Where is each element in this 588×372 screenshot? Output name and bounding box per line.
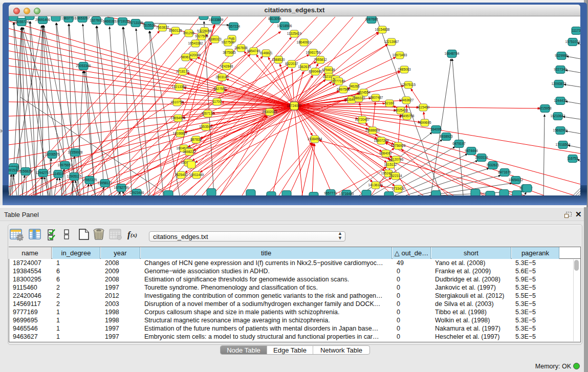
svg-text:8454749: 8454749 — [247, 49, 260, 53]
svg-text:14136141: 14136141 — [368, 183, 383, 187]
svg-text:116753: 116753 — [567, 157, 578, 160]
svg-text:16210643: 16210643 — [551, 114, 565, 118]
svg-text:7663822: 7663822 — [156, 26, 169, 29]
svg-text:12213967: 12213967 — [384, 40, 399, 43]
svg-text:62160: 62160 — [385, 101, 394, 105]
svg-text:16713155: 16713155 — [128, 21, 143, 25]
svg-text:1353594: 1353594 — [199, 125, 212, 128]
svg-text:16961758: 16961758 — [306, 51, 321, 54]
svg-text:9777169: 9777169 — [332, 79, 345, 83]
svg-text:17016504: 17016504 — [556, 143, 571, 146]
svg-text:12923446: 12923446 — [129, 191, 144, 194]
svg-text:10654112: 10654112 — [509, 178, 524, 182]
svg-text:7485063: 7485063 — [398, 68, 411, 71]
svg-text:1588520: 1588520 — [272, 58, 285, 61]
svg-text:9146821: 9146821 — [259, 51, 273, 55]
svg-text:12905115: 12905115 — [67, 174, 82, 178]
svg-text:18640910: 18640910 — [297, 40, 312, 44]
svg-text:746266: 746266 — [349, 84, 360, 88]
svg-text:9699695: 9699695 — [418, 121, 431, 124]
svg-text:18724007: 18724007 — [287, 104, 302, 107]
svg-text:6497568: 6497568 — [337, 87, 350, 91]
svg-text:18807249: 18807249 — [374, 139, 389, 142]
svg-text:8938923: 8938923 — [440, 135, 453, 138]
svg-text:17957225: 17957225 — [82, 178, 97, 182]
svg-text:11325419: 11325419 — [287, 32, 302, 35]
svg-text:7986322: 7986322 — [352, 96, 365, 100]
svg-text:9327502: 9327502 — [222, 40, 235, 44]
svg-text:15716485: 15716485 — [339, 192, 354, 195]
svg-text:1362615: 1362615 — [298, 65, 311, 69]
svg-text:2967608: 2967608 — [234, 46, 248, 50]
svg-text:8960125: 8960125 — [169, 29, 182, 32]
svg-text:1610755: 1610755 — [170, 100, 184, 104]
svg-text:9474444: 9474444 — [465, 149, 478, 152]
svg-text:16154838: 16154838 — [375, 28, 390, 31]
svg-text:6466160: 6466160 — [103, 19, 116, 23]
svg-text:10975657: 10975657 — [58, 163, 73, 167]
svg-text:7955812: 7955812 — [314, 58, 327, 61]
svg-text:16543382: 16543382 — [188, 41, 203, 45]
svg-text:12213369: 12213369 — [172, 85, 187, 89]
svg-text:8427552: 8427552 — [213, 87, 227, 91]
svg-text:53226058: 53226058 — [197, 29, 212, 33]
svg-text:11173: 11173 — [572, 29, 580, 32]
svg-text:9657771: 9657771 — [324, 191, 337, 195]
svg-text:12942757: 12942757 — [36, 171, 51, 174]
svg-text:8322037: 8322037 — [285, 62, 298, 65]
svg-text:24055724: 24055724 — [14, 20, 29, 24]
svg-text:9327505: 9327505 — [195, 34, 208, 38]
svg-text:19837710: 19837710 — [61, 16, 76, 20]
svg-text:9084067: 9084067 — [379, 151, 393, 155]
svg-text:6479197: 6479197 — [452, 142, 466, 145]
svg-text:19218506: 19218506 — [277, 24, 292, 28]
svg-text:10653267: 10653267 — [75, 16, 90, 20]
svg-text:7357224: 7357224 — [227, 25, 241, 28]
svg-text:13958127: 13958127 — [98, 181, 113, 185]
svg-text:9115460: 9115460 — [417, 105, 430, 109]
svg-text:20691406: 20691406 — [35, 18, 50, 21]
svg-text:10025433: 10025433 — [394, 108, 408, 112]
svg-text:8471676: 8471676 — [498, 170, 511, 174]
svg-text:3498222: 3498222 — [183, 150, 196, 154]
svg-text:891295: 891295 — [183, 31, 194, 35]
svg-text:10756928: 10756928 — [391, 144, 406, 147]
svg-text:9242848: 9242848 — [220, 64, 233, 68]
svg-text:2522314: 2522314 — [389, 174, 402, 178]
svg-text:39153: 39153 — [9, 168, 17, 172]
svg-text:6794028: 6794028 — [322, 68, 335, 72]
svg-text:2718170: 2718170 — [176, 70, 189, 73]
svg-text:7632621: 7632621 — [486, 163, 499, 167]
svg-text:15692971: 15692971 — [553, 128, 568, 132]
svg-text:20053346: 20053346 — [76, 64, 91, 68]
svg-text:1244415: 1244415 — [554, 99, 567, 102]
svg-text:8990448: 8990448 — [309, 70, 322, 73]
svg-text:2803144: 2803144 — [215, 75, 229, 79]
svg-text:10973493: 10973493 — [393, 53, 407, 57]
svg-text:9329966: 9329966 — [555, 54, 568, 57]
svg-text:3875685: 3875685 — [223, 51, 236, 54]
svg-text:16648784: 16648784 — [445, 52, 460, 55]
svg-text:16911449: 16911449 — [189, 173, 204, 177]
svg-text:10688609: 10688609 — [365, 128, 380, 132]
svg-text:98961: 98961 — [181, 55, 190, 59]
svg-text:12093872: 12093872 — [552, 82, 567, 85]
svg-text:15751074: 15751074 — [565, 40, 580, 43]
svg-text:7625402: 7625402 — [175, 173, 188, 177]
svg-text:25302023: 25302023 — [263, 110, 277, 114]
svg-text:18495758: 18495758 — [400, 114, 415, 118]
svg-text:164095: 164095 — [430, 127, 442, 131]
svg-text:3267130: 3267130 — [201, 112, 214, 115]
svg-text:12975115: 12975115 — [401, 83, 416, 86]
svg-text:1156829: 1156829 — [19, 169, 32, 173]
svg-text:17359928: 17359928 — [68, 150, 83, 154]
svg-text:16120746: 16120746 — [389, 158, 404, 161]
svg-text:16033809: 16033809 — [209, 18, 224, 21]
svg-text:9227342: 9227342 — [554, 68, 567, 71]
svg-text:3624554: 3624554 — [357, 91, 371, 94]
svg-text:1733426: 1733426 — [391, 187, 405, 190]
svg-text:19654955: 19654955 — [171, 116, 186, 120]
svg-text:10807487: 10807487 — [368, 96, 383, 99]
svg-text:114519: 114519 — [53, 172, 64, 176]
svg-text:(x): (x) — [130, 232, 137, 238]
